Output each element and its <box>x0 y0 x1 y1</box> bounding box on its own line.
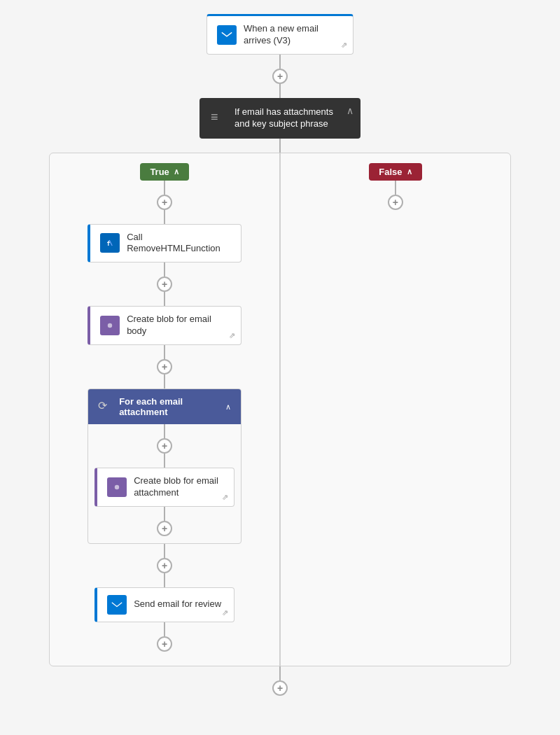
call-function-label: Call RemoveHTMLFunction <box>127 232 231 255</box>
connector-false-1: + <box>388 181 403 210</box>
create-blob-attachment-card[interactable]: Create blob for email attachment ⇗ <box>94 468 234 507</box>
connector-loop-1: + <box>157 424 172 468</box>
add-step-1[interactable]: + <box>272 69 288 84</box>
connector-true-4: + <box>157 544 172 587</box>
line <box>279 84 281 98</box>
connector-2 <box>279 139 281 153</box>
send-email-label: Send email for review <box>134 598 221 610</box>
line <box>164 374 165 388</box>
condition-label: If email has attachments and key subject… <box>234 106 349 130</box>
line <box>164 262 165 276</box>
send-email-link-icon: ⇗ <box>222 608 228 617</box>
add-loop-1[interactable]: + <box>157 438 172 454</box>
add-final[interactable]: + <box>272 680 288 696</box>
connector-true-2: + <box>157 262 172 306</box>
create-blob-attachment-label: Create blob for email attachment <box>134 475 224 499</box>
azure-blob-icon-1 <box>100 316 120 335</box>
send-email-card[interactable]: Send email for review ⇗ <box>94 587 234 622</box>
outlook-icon-2 <box>107 595 127 615</box>
line <box>279 666 281 680</box>
line <box>395 181 396 195</box>
line <box>164 345 165 359</box>
branches-container: True ∧ + f Call RemoveHTMLFunction <box>49 153 511 666</box>
svg-point-6 <box>115 485 119 489</box>
line <box>279 55 281 69</box>
svg-rect-0 <box>222 31 232 38</box>
add-false-1[interactable]: + <box>388 195 403 210</box>
true-label: True <box>150 167 169 177</box>
add-true-bottom[interactable]: + <box>157 636 172 652</box>
false-branch: False ∧ + <box>281 153 510 224</box>
add-loop-2[interactable]: + <box>157 521 172 536</box>
blob-attachment-link-icon: ⇗ <box>222 493 228 502</box>
line <box>164 292 165 306</box>
flow-canvas: When a new email arrives (V3) ⇗ + ≡ If e… <box>0 14 560 696</box>
loop-icon: ⟳ <box>98 399 113 414</box>
for-each-header-left: ⟳ For each email attachment <box>98 396 225 417</box>
condition-card[interactable]: ≡ If email has attachments and key subje… <box>200 98 360 139</box>
line <box>164 573 165 587</box>
loop-collapse-icon[interactable]: ∧ <box>225 402 231 412</box>
line <box>164 454 165 468</box>
line <box>279 139 281 153</box>
condition-collapse-icon[interactable]: ∧ <box>346 105 354 116</box>
condition-icon: ≡ <box>211 110 227 127</box>
true-branch: True ∧ + f Call RemoveHTMLFunction <box>50 153 279 666</box>
connector-1: + <box>272 55 288 98</box>
for-each-header[interactable]: ⟳ For each email attachment ∧ <box>88 389 241 424</box>
line <box>164 181 165 195</box>
connector-final: + <box>272 666 288 696</box>
call-function-card[interactable]: f Call RemoveHTMLFunction <box>88 224 241 263</box>
false-collapse-icon: ∧ <box>407 167 412 176</box>
create-blob-body-label: Create blob for email body <box>127 314 231 337</box>
add-true-3[interactable]: + <box>157 359 172 374</box>
line <box>164 622 165 636</box>
blob-body-link-icon: ⇗ <box>229 331 235 340</box>
loop-body: + Create blob for email attachment ⇗ <box>88 424 241 536</box>
connector-true-bottom: + <box>157 622 172 652</box>
azure-blob-icon-2 <box>107 477 127 497</box>
true-branch-header[interactable]: True ∧ <box>140 163 188 181</box>
line <box>164 424 165 438</box>
svg-rect-7 <box>112 601 122 608</box>
line <box>164 210 165 224</box>
outlook-icon <box>217 25 237 45</box>
branch-divider <box>279 153 281 666</box>
svg-point-4 <box>108 323 112 328</box>
create-blob-body-card[interactable]: Create blob for email body ⇗ <box>88 306 241 345</box>
add-true-2[interactable]: + <box>157 276 172 292</box>
line <box>164 544 165 558</box>
function-icon: f <box>100 233 120 253</box>
false-label: False <box>379 167 402 177</box>
trigger-card[interactable]: When a new email arrives (V3) ⇗ <box>206 14 354 55</box>
true-collapse-icon: ∧ <box>174 167 179 176</box>
for-each-loop: ⟳ For each email attachment ∧ + <box>88 388 241 544</box>
connector-true-3: + <box>157 345 172 388</box>
false-branch-header[interactable]: False ∧ <box>369 163 421 181</box>
connector-true-1: + <box>157 181 172 224</box>
add-true-4[interactable]: + <box>157 558 172 573</box>
trigger-label: When a new email arrives (V3) <box>244 23 343 47</box>
line <box>164 507 165 521</box>
connector-loop-2: + <box>157 507 172 536</box>
add-true-1[interactable]: + <box>157 195 172 210</box>
trigger-link-icon: ⇗ <box>341 41 347 50</box>
for-each-label: For each email attachment <box>119 396 225 417</box>
